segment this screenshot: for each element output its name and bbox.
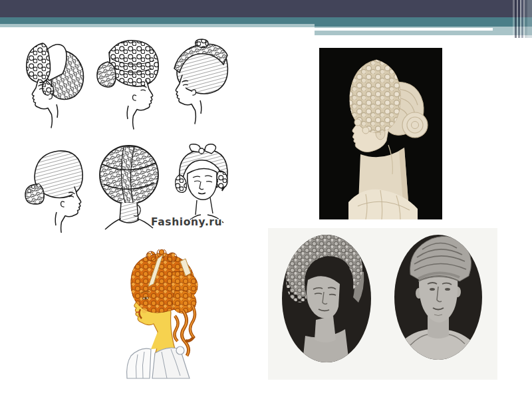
hairstyle-sketches-image: Fashiony.ru [19,38,239,233]
sketch-head-2 [97,41,158,129]
sketch-head-4 [25,151,82,233]
top-bar-white-line [315,28,493,31]
top-bar-teal-left [0,17,315,24]
right-oval-bust [394,235,482,360]
orange-hair-illustration [111,249,209,380]
presentation-slide: Fashiony.ru [0,0,532,399]
sketch-head-1 [27,43,84,128]
top-bar-lightteal-left [0,24,315,27]
corner-stripe [527,0,532,38]
orange-illustration-svg [111,249,209,380]
illustrated-woman [127,249,198,378]
sketch-head-3 [174,39,227,124]
watermark-text: Fashiony.ru [151,216,222,228]
sketch-head-5 [100,146,158,229]
marble-bust-photo [319,48,442,219]
sketch-head-6 [176,144,228,223]
oval-busts-svg [268,228,497,380]
top-bar-navy [0,0,532,17]
oval-bust-portraits [268,228,497,380]
top-bar-teal-right [315,17,532,27]
hairstyle-sketches-svg [19,38,239,233]
marble-bust-svg [319,48,442,219]
